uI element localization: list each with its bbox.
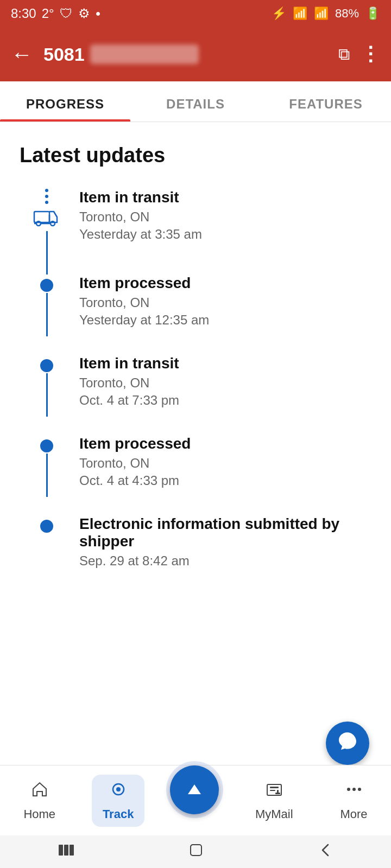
chat-fab-button[interactable] [326,722,369,765]
nav-home-label: Home [23,807,55,821]
nav-center-button[interactable] [170,765,219,814]
system-nav-home[interactable] [188,843,204,861]
section-title: Latest updates [20,144,371,167]
timeline-item: Electronic information submitted by ship… [30,515,371,579]
app-bar-title: 5081 [43,44,327,65]
truck-icon [33,206,61,230]
system-nav-bar [0,835,391,868]
small-dot [45,195,48,198]
small-dot [45,189,48,192]
event-time: Oct. 4 at 7:33 pm [79,393,371,408]
timeline-content-4: Item processed Toronto, ON Oct. 4 at 4:3… [63,435,371,515]
svg-rect-15 [59,845,63,856]
svg-point-6 [116,787,121,792]
svg-point-13 [352,788,356,791]
event-title: Electronic information submitted by ship… [79,515,371,550]
tab-details[interactable]: DETAILS [130,81,261,122]
svg-rect-18 [191,845,201,856]
nav-more[interactable]: More [329,775,378,827]
svg-rect-9 [270,790,275,791]
dot-icon: ● [96,9,101,18]
signal-icon: 📶 [314,7,329,21]
shield-icon: 🛡 [60,6,73,21]
more-options-button[interactable]: ⋮ [361,43,380,66]
timeline-line [46,231,48,275]
main-content: Latest updates [0,122,391,719]
app-bar-icons: ⧉ ⋮ [338,43,380,66]
system-nav-back[interactable] [318,843,333,861]
event-title: Item processed [79,275,371,292]
event-time: Yesterday at 3:35 am [79,227,371,242]
timeline-line [46,293,48,336]
timeline-left-5 [30,515,63,533]
timeline-dot [40,359,53,372]
track-icon [109,780,128,803]
event-time: Yesterday at 12:35 am [79,312,371,328]
timeline-left-2 [30,275,63,336]
timeline-item: Item processed Toronto, ON Oct. 4 at 4:3… [30,435,371,515]
svg-point-1 [36,221,41,226]
system-nav-menu[interactable] [58,843,74,860]
tracking-number: 5081 [43,44,85,65]
small-dot [45,201,48,204]
event-time: Sep. 29 at 8:42 am [79,553,371,569]
event-location: Toronto, ON [79,295,371,310]
event-title: Item in transit [79,189,371,206]
timeline-dot [40,520,53,533]
nav-track[interactable]: Track [92,775,145,827]
timeline-dots-top [45,189,48,204]
status-right: ⚡ 📶 📶 88% 🔋 [272,7,380,21]
svg-point-12 [347,788,350,791]
timeline-left-1 [30,189,63,275]
tab-progress[interactable]: PROGRESS [0,81,130,122]
timeline-line [46,454,48,497]
event-location: Toronto, ON [79,456,371,471]
svg-rect-16 [64,845,68,856]
home-icon [30,780,49,803]
svg-rect-0 [34,212,49,222]
svg-rect-8 [270,787,279,788]
tab-features[interactable]: FEATURES [261,81,391,122]
svg-rect-11 [275,793,280,794]
nav-mymail[interactable]: MyMail [244,775,304,827]
nav-more-label: More [340,807,367,821]
gear-icon: ⚙ [78,6,90,21]
more-icon [345,780,363,803]
wifi-icon: 📶 [293,7,307,21]
event-time: Oct. 4 at 4:33 pm [79,473,371,488]
event-location: Toronto, ON [79,209,371,225]
timeline-left-3 [30,355,63,417]
bluetooth-icon: ⚡ [272,7,286,21]
timeline-content-2: Item processed Toronto, ON Yesterday at … [63,275,371,355]
event-title: Item processed [79,435,371,452]
status-temp: 2° [42,6,54,21]
app-bar: ← 5081 ⧉ ⋮ [0,27,391,81]
timeline-content-5: Electronic information submitted by ship… [63,515,371,579]
bottom-nav: Home Track MyMail [0,765,391,835]
tracking-number-masked [90,44,199,64]
battery-icon: 🔋 [365,7,380,21]
battery-text: 88% [335,7,359,21]
event-location: Toronto, ON [79,375,371,391]
status-bar: 8:30 2° 🛡 ⚙ ● ⚡ 📶 📶 88% 🔋 [0,0,391,27]
svg-point-2 [51,221,55,226]
nav-track-label: Track [103,807,134,821]
back-button[interactable]: ← [11,42,33,67]
timeline-item: Item in transit Toronto, ON Yesterday at… [30,189,371,275]
status-left: 8:30 2° 🛡 ⚙ ● [11,6,100,21]
timeline-left-4 [30,435,63,497]
timeline: Item in transit Toronto, ON Yesterday at… [20,189,371,579]
tab-bar: PROGRESS DETAILS FEATURES [0,81,391,122]
timeline-line [46,373,48,417]
timeline-item: Item in transit Toronto, ON Oct. 4 at 7:… [30,355,371,435]
svg-point-14 [358,788,361,791]
mymail-icon [265,780,283,803]
timeline-dot [40,279,53,292]
chat-icon [337,730,358,757]
timeline-item: Item processed Toronto, ON Yesterday at … [30,275,371,355]
nav-home[interactable]: Home [12,775,66,827]
status-time: 8:30 [11,6,36,21]
timeline-dot [40,439,53,452]
nav-mymail-label: MyMail [255,807,293,821]
copy-button[interactable]: ⧉ [338,45,350,64]
